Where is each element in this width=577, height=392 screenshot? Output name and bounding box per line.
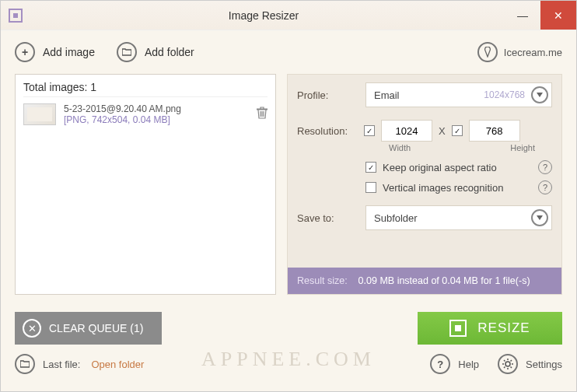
toolbar: + Add image Add folder Icecream.me — [1, 30, 576, 74]
action-row: ✕ CLEAR QUEUE (1) RESIZE — [15, 312, 562, 345]
width-checkbox[interactable]: ✓ — [364, 125, 375, 136]
resolution-sublabels: Width Height — [288, 143, 561, 157]
vertical-rec-row[interactable]: Vertical images recognition ? — [288, 177, 561, 198]
total-images-label: Total images: 1 — [23, 81, 268, 97]
last-file-label: Last file: — [43, 359, 80, 370]
profile-label: Profile: — [297, 89, 358, 101]
clear-queue-label: CLEAR QUEUE (1) — [49, 322, 143, 334]
help-icon: ? — [430, 354, 450, 374]
save-to-dropdown[interactable]: Subfolder — [365, 205, 552, 230]
vertical-rec-label: Vertical images recognition — [383, 182, 503, 194]
save-to-label: Save to: — [297, 212, 358, 224]
add-folder-label: Add folder — [145, 46, 194, 58]
resize-icon — [449, 320, 467, 337]
delete-item-button[interactable] — [257, 107, 268, 122]
profile-row: Profile: Email 1024x768 — [288, 75, 561, 115]
profile-value: Email — [374, 89, 400, 101]
thumbnail-icon — [23, 103, 56, 125]
keep-ratio-label: Keep original aspect ratio — [383, 162, 497, 173]
add-image-button[interactable]: + Add image — [15, 42, 95, 62]
settings-panel: Profile: Email 1024x768 Resolution: ✓ 10… — [287, 74, 562, 295]
clear-queue-button[interactable]: ✕ CLEAR QUEUE (1) — [15, 312, 162, 345]
add-image-label: Add image — [43, 46, 95, 58]
help-icon[interactable]: ? — [538, 180, 552, 194]
open-folder-link[interactable]: Open folder — [91, 359, 144, 370]
resize-button[interactable]: RESIZE — [418, 312, 562, 345]
file-name: 5-23-2015@9.20.40 AM.png — [64, 103, 181, 114]
app-icon — [9, 9, 23, 23]
plus-icon: + — [15, 42, 35, 62]
profile-dimensions: 1024x768 — [484, 89, 525, 100]
close-button[interactable]: ✕ — [540, 1, 576, 30]
svg-point-0 — [505, 362, 510, 366]
folder-icon — [15, 354, 35, 374]
main-area: Total images: 1 5-23-2015@9.20.40 AM.png… — [1, 74, 576, 304]
bottom-area: ✕ CLEAR QUEUE (1) RESIZE Last file: Open… — [1, 304, 576, 391]
height-input[interactable]: 768 — [469, 120, 520, 142]
profile-dropdown[interactable]: Email 1024x768 — [365, 82, 552, 107]
right-pane: Profile: Email 1024x768 Resolution: ✓ 10… — [287, 74, 562, 295]
chevron-down-icon — [531, 209, 548, 226]
result-bar: Result size: 0.09 MB instead of 0.04 MB … — [288, 268, 561, 294]
width-sublabel: Width — [389, 143, 411, 152]
folder-icon — [117, 42, 137, 62]
window-title: Image Resizer — [23, 9, 505, 22]
left-pane: Total images: 1 5-23-2015@9.20.40 AM.png… — [15, 74, 276, 295]
width-input[interactable]: 1024 — [381, 120, 432, 142]
result-label: Result size: — [297, 275, 348, 286]
gear-icon — [498, 354, 518, 374]
keep-ratio-checkbox[interactable]: ✓ — [365, 162, 376, 173]
settings-link[interactable]: Settings — [526, 359, 562, 370]
height-sublabel: Height — [510, 143, 535, 152]
height-checkbox[interactable]: ✓ — [452, 125, 463, 136]
image-list: Total images: 1 5-23-2015@9.20.40 AM.png… — [15, 74, 276, 295]
help-link[interactable]: Help — [458, 359, 479, 370]
save-to-value: Subfolder — [374, 212, 418, 224]
save-to-row: Save to: Subfolder — [288, 198, 561, 238]
by-label: X — [439, 125, 446, 137]
app-window: Image Resizer — ✕ + Add image Add folder… — [0, 0, 577, 392]
brand-link[interactable]: Icecream.me — [477, 42, 562, 62]
file-info: 5-23-2015@9.20.40 AM.png [PNG, 742x504, … — [64, 103, 181, 125]
icecream-icon — [477, 42, 498, 62]
add-folder-button[interactable]: Add folder — [117, 42, 194, 62]
title-bar: Image Resizer — ✕ — [1, 1, 576, 30]
window-controls: — ✕ — [505, 1, 576, 30]
keep-ratio-row[interactable]: ✓ Keep original aspect ratio ? — [288, 157, 561, 177]
status-row: Last file: Open folder ? Help Settings — [15, 354, 562, 374]
close-icon: ✕ — [23, 319, 41, 338]
chevron-down-icon — [531, 86, 548, 103]
brand-label: Icecream.me — [504, 47, 562, 58]
file-meta: [PNG, 742x504, 0.04 MB] — [64, 114, 181, 125]
minimize-button[interactable]: — — [505, 1, 540, 30]
help-icon[interactable]: ? — [538, 160, 552, 174]
resize-label: RESIZE — [477, 320, 530, 336]
vertical-rec-checkbox[interactable] — [365, 182, 376, 193]
resolution-row: Resolution: ✓ 1024 X ✓ 768 — [288, 115, 561, 143]
resolution-label: Resolution: — [297, 125, 358, 137]
result-text: 0.09 MB instead of 0.04 MB for 1 file(-s… — [358, 275, 530, 286]
list-item[interactable]: 5-23-2015@9.20.40 AM.png [PNG, 742x504, … — [23, 97, 268, 131]
